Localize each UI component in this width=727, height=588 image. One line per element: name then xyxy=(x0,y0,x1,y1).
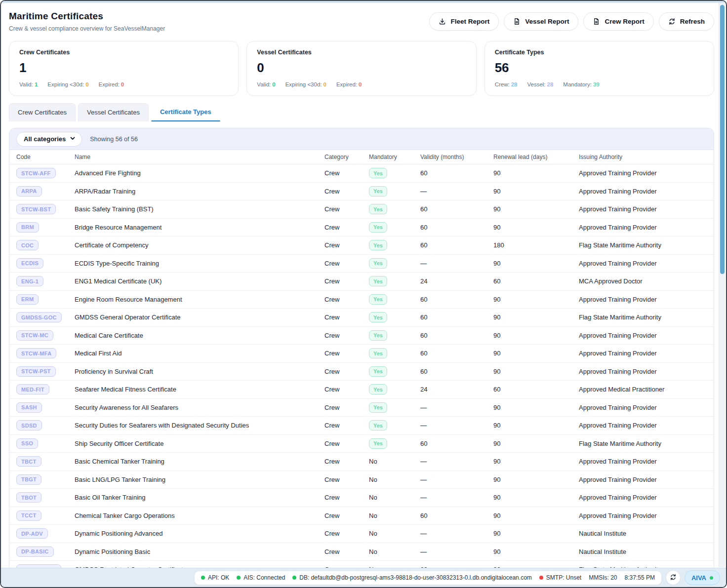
certificate-code-badge: SSO xyxy=(16,438,38,449)
renewal-lead-days: 90 xyxy=(493,362,579,381)
status-pill: API: OK AIS: Connected DB: defaultdb@db-… xyxy=(194,571,662,585)
certificate-category: Crew xyxy=(324,543,369,561)
card-stats: Crew:28 Vessel:28 Mandatory:39 xyxy=(495,81,704,87)
download-icon xyxy=(439,18,446,25)
table-row[interactable]: DP-ADV Dynamic Positioning Advanced Crew… xyxy=(9,525,714,543)
crew-report-button[interactable]: Crew Report xyxy=(583,12,653,31)
certificate-name: Advanced Fire Fighting xyxy=(75,164,324,183)
renewal-lead-days: 90 xyxy=(493,417,579,435)
card-stats: Valid:0 Expiring <30d:0 Expired:0 xyxy=(257,81,466,87)
table-row[interactable]: STCW-MFA Medical First Aid Crew Yes 60 9… xyxy=(9,345,714,363)
tab-crew-certificates[interactable]: Crew Certificates xyxy=(9,103,76,121)
table-row[interactable]: MED-FIT Seafarer Medical Fitness Certifi… xyxy=(9,381,714,399)
mandatory-badge: No xyxy=(369,476,377,483)
scrollbar-thumb[interactable] xyxy=(720,5,725,274)
mandatory-badge: No xyxy=(369,494,377,501)
vessel-report-button[interactable]: Vessel Report xyxy=(504,12,578,31)
validity-months: 60 xyxy=(420,309,493,327)
table-row[interactable]: SDSD Security Duties for Seafarers with … xyxy=(9,417,714,435)
stat-cards-row: Crew Certificates 1 Valid:1 Expiring <30… xyxy=(1,32,726,96)
column-validity: Validity (months) xyxy=(420,150,493,164)
table-row[interactable]: DP-BASIC Dynamic Positioning Basic Crew … xyxy=(9,543,714,561)
mandatory-badge: Yes xyxy=(369,348,387,358)
button-label: Fleet Report xyxy=(450,18,489,25)
certificate-code-badge: GMDSS-GOC xyxy=(16,312,62,322)
vertical-scrollbar[interactable] xyxy=(719,3,725,567)
issuing-authority: Approved Training Provider xyxy=(579,200,714,219)
issuing-authority: Flag State Maritime Authority xyxy=(579,434,714,453)
table-body: STCW-AFF Advanced Fire Fighting Crew Yes… xyxy=(9,164,714,579)
renewal-lead-days: 90 xyxy=(493,470,579,489)
page-header: Maritime Certificates Crew & vessel comp… xyxy=(1,3,726,32)
certificate-name: Proficiency in Survival Craft xyxy=(75,362,324,381)
certificate-name: Seafarer Medical Fitness Certificate xyxy=(75,381,324,399)
issuing-authority: Approved Training Provider xyxy=(579,254,714,273)
table-row[interactable]: SASH Security Awareness for All Seafarer… xyxy=(9,398,714,417)
certificate-code-badge: COC xyxy=(16,240,39,250)
validity-months: 60 xyxy=(420,345,493,363)
certificate-category: Crew xyxy=(324,453,369,471)
certificate-code-badge: DP-ADV xyxy=(16,528,48,539)
tab-vessel-certificates[interactable]: Vessel Certificates xyxy=(78,103,149,121)
issuing-authority: Approved Training Provider xyxy=(579,489,714,507)
tab-certificate-types[interactable]: Certificate Types xyxy=(151,103,220,121)
mandatory-badge: No xyxy=(369,512,377,519)
card-stats: Valid:1 Expiring <30d:0 Expired:0 xyxy=(19,81,228,87)
table-row[interactable]: TBOT Basic Oil Tanker Training Crew No —… xyxy=(9,489,714,507)
category-filter-select[interactable]: All categories xyxy=(16,132,82,147)
table-row[interactable]: TBGT Basic LNG/LPG Tanker Training Crew … xyxy=(9,470,714,489)
refresh-button[interactable]: Refresh xyxy=(659,12,714,31)
certificate-types-table: Code Name Category Mandatory Validity (m… xyxy=(9,150,714,579)
button-label: Crew Report xyxy=(605,18,644,25)
renewal-lead-days: 90 xyxy=(493,398,579,417)
table-row[interactable]: COC Certificate of Competency Crew Yes 6… xyxy=(9,236,714,255)
validity-months: — xyxy=(420,525,493,543)
validity-months: 60 xyxy=(420,434,493,453)
issuing-authority: Approved Training Provider xyxy=(579,417,714,435)
table-row[interactable]: STCW-MC Medical Care Certificate Crew Ye… xyxy=(9,326,714,345)
table-row[interactable]: ENG-1 ENG1 Medical Certificate (UK) Crew… xyxy=(9,273,714,291)
certificate-category: Crew xyxy=(324,236,369,255)
table-row[interactable]: TCCT Chemical Tanker Cargo Operations Cr… xyxy=(9,507,714,525)
certificate-category: Crew xyxy=(324,309,369,327)
validity-months: 60 xyxy=(420,164,493,183)
table-row[interactable]: GMDSS-GOC GMDSS General Operator Certifi… xyxy=(9,309,714,327)
table-row[interactable]: ARPA ARPA/Radar Training Crew Yes — 90 A… xyxy=(9,182,714,200)
table-row[interactable]: ERM Engine Room Resource Management Crew… xyxy=(9,290,714,309)
page-subtitle: Crew & vessel compliance overview for Se… xyxy=(9,25,165,32)
certificate-category: Crew xyxy=(324,362,369,381)
mandatory-badge: Yes xyxy=(369,258,387,269)
status-dot xyxy=(201,576,205,580)
validity-months: 60 xyxy=(420,507,493,525)
table-row[interactable]: TBCT Basic Chemical Tanker Training Crew… xyxy=(9,453,714,471)
table-row[interactable]: SSO Ship Security Officer Certificate Cr… xyxy=(9,434,714,453)
certificate-code-badge: DP-BASIC xyxy=(16,547,54,557)
fleet-report-button[interactable]: Fleet Report xyxy=(429,12,499,31)
validity-months: — xyxy=(420,453,493,471)
mmsis-count: MMSIs: 20 xyxy=(589,574,617,581)
renewal-lead-days: 90 xyxy=(493,489,579,507)
column-mandatory: Mandatory xyxy=(369,150,420,164)
footer-refresh-button[interactable] xyxy=(666,570,681,585)
certificate-name: Medical First Aid xyxy=(75,345,324,363)
table-row[interactable]: ECDIS ECDIS Type-Specific Training Crew … xyxy=(9,254,714,273)
renewal-lead-days: 90 xyxy=(493,164,579,183)
renewal-lead-days: 180 xyxy=(493,236,579,255)
table-row[interactable]: STCW-AFF Advanced Fire Fighting Crew Yes… xyxy=(9,164,714,183)
stat-valid: Valid:1 xyxy=(19,81,38,87)
db-status: DB: defaultdb@db-postgresql-ams3-98818-d… xyxy=(292,574,531,581)
mandatory-badge: Yes xyxy=(369,366,387,377)
aiva-badge[interactable]: AIVA xyxy=(685,570,720,585)
stat-vessel: Vessel:28 xyxy=(527,81,553,87)
issuing-authority: Approved Training Provider xyxy=(579,470,714,489)
certificate-name: Medical Care Certificate xyxy=(75,326,324,345)
issuing-authority: Approved Training Provider xyxy=(579,218,714,236)
table-row[interactable]: BRM Bridge Resource Management Crew Yes … xyxy=(9,218,714,236)
table-row[interactable]: STCW-BST Basic Safety Training (BST) Cre… xyxy=(9,200,714,219)
validity-months: 24 xyxy=(420,273,493,291)
ais-status: AIS: Connected xyxy=(237,574,285,581)
certificate-types-card: Certificate Types 56 Crew:28 Vessel:28 M… xyxy=(485,41,714,96)
certificate-category: Crew xyxy=(324,345,369,363)
table-row[interactable]: STCW-PST Proficiency in Survival Craft C… xyxy=(9,362,714,381)
stat-mandatory: Mandatory:39 xyxy=(563,81,599,87)
